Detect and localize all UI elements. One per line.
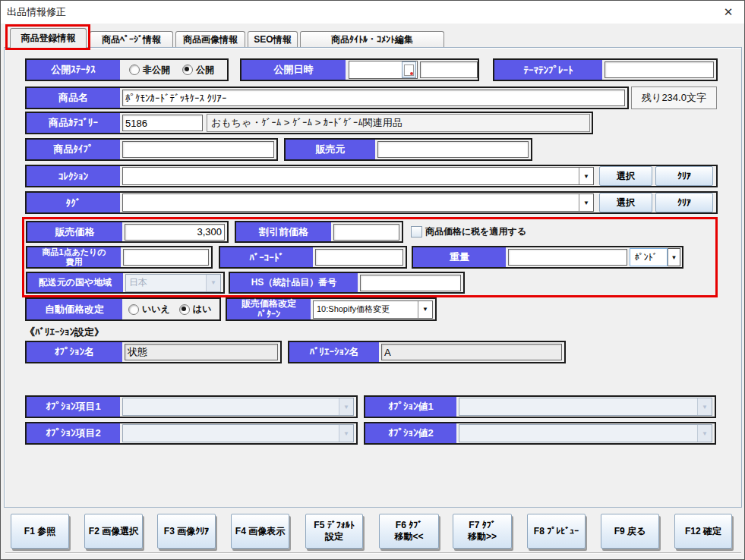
ship-from-value: 日本 (126, 275, 206, 291)
chevron-down-icon[interactable] (579, 194, 593, 211)
tab-title-comment[interactable]: 商品ﾀｲﾄﾙ・ｺﾒﾝﾄ編集 (300, 31, 444, 48)
option-value2-value (459, 425, 697, 442)
radio-private[interactable] (129, 64, 140, 75)
chevron-down-icon (697, 425, 712, 442)
category-label: 商品ｶﾃｺﾞﾘｰ (27, 113, 120, 133)
collection-select-button[interactable]: 選択 (599, 166, 652, 186)
tab-seo[interactable]: SEO情報 (248, 31, 298, 48)
compare-price-label: 割引前価格 (236, 222, 331, 241)
title-bar: 出品情報修正 ✕ (1, 1, 744, 24)
publish-time-input[interactable] (420, 61, 478, 78)
tab-product-registration[interactable]: 商品登録情報 (10, 28, 87, 48)
reprice-pattern-combobox[interactable]: 10:Shopify価格変更 (313, 300, 433, 319)
weight-group: 重量 ﾎﾟﾝﾄﾞ (412, 246, 683, 269)
variation-name-label: ﾊﾞﾘｴｰｼｮﾝ名 (289, 342, 379, 362)
collection-value (123, 168, 579, 184)
vendor-label: 販売元 (286, 140, 375, 159)
product-type-input[interactable] (122, 141, 274, 158)
app-window: 出品情報修正 ✕ 商品登録情報 商品ﾍﾟｰｼﾞ情報 商品画像情報 SEO情報 商… (0, 0, 745, 560)
f1-reference-button[interactable]: F1 参照 (11, 514, 69, 549)
publish-date-value[interactable] (350, 62, 402, 77)
tax-checkbox[interactable] (411, 226, 422, 238)
radio-public[interactable] (182, 64, 193, 75)
radio-no-label: いいえ (142, 303, 170, 316)
vendor-input[interactable] (377, 141, 529, 158)
f3-image-clear-button[interactable]: F3 画像ｸﾘｱ (157, 514, 216, 549)
product-type-label: 商品ﾀｲﾌﾟ (27, 140, 120, 159)
publish-date-field[interactable] (349, 61, 418, 79)
tax-checkbox-row: 商品価格に税を適用する (411, 225, 526, 238)
unit-cost-group: 商品1点あたりの 費用 (26, 246, 213, 269)
ship-from-combobox: 日本 (125, 274, 221, 292)
ship-from-group: 配送元の国や地域 日本 (26, 272, 225, 294)
option-value1-group: ｵﾌﾟｼｮﾝ値1 (364, 395, 716, 418)
weight-input[interactable] (508, 249, 627, 266)
price-group: 販売価格 (26, 221, 229, 243)
option-item2-value (123, 425, 339, 442)
theme-template-input[interactable] (605, 61, 714, 78)
option-name-input[interactable] (125, 344, 278, 360)
f9-back-button[interactable]: F9 戻る (601, 514, 659, 549)
theme-template-label: ﾃｰﾏﾃﾝﾌﾟﾚｰﾄ (494, 60, 602, 80)
reprice-pattern-group: 販売価格改定 ﾊﾟﾀｰﾝ 10:Shopify価格変更 (226, 297, 437, 321)
f12-confirm-button[interactable]: F12 確定 (674, 514, 732, 549)
f7-tab-next-button[interactable]: F7 ﾀﾌﾞ 移動>> (453, 514, 512, 549)
category-code-input[interactable] (122, 115, 203, 131)
hs-code-input[interactable] (360, 275, 461, 291)
unit-cost-input[interactable] (123, 249, 209, 266)
compare-price-input[interactable] (333, 224, 399, 241)
calendar-icon[interactable] (402, 61, 416, 78)
f2-image-select-button[interactable]: F2 画像選択 (84, 514, 143, 549)
collection-combobox[interactable] (122, 167, 594, 185)
chevron-down-icon[interactable] (579, 168, 593, 184)
publish-status-label: 公開ｽﾃｰﾀｽ (27, 60, 120, 80)
unit-cost-label: 商品1点あたりの 費用 (27, 247, 121, 267)
variation-section-heading: 《ﾊﾞﾘｴｰｼｮﾝ設定》 (25, 326, 104, 339)
f8-preview-button[interactable]: F8 ﾌﾟﾚﾋﾞｭｰ (527, 514, 586, 549)
option-item2-label: ｵﾌﾟｼｮﾝ項目2 (27, 423, 120, 443)
collection-clear-button[interactable]: ｸﾘｱ (655, 166, 713, 186)
tax-checkbox-label: 商品価格に税を適用する (425, 225, 526, 238)
ship-from-label: 配送元の国や地域 (27, 273, 123, 292)
radio-yes[interactable] (179, 304, 190, 315)
option-item1-label: ｵﾌﾟｼｮﾝ項目1 (27, 397, 120, 417)
f4-image-show-button[interactable]: F4 画像表示 (231, 514, 289, 549)
f5-default-settings-button[interactable]: F5 ﾃﾞﾌｫﾙﾄ 設定 (305, 514, 363, 549)
radio-no[interactable] (128, 304, 139, 315)
barcode-label: ﾊﾞｰｺｰﾄﾞ (220, 247, 313, 267)
vendor-group: 販売元 (284, 138, 532, 161)
reprice-pattern-label: 販売価格改定 ﾊﾟﾀｰﾝ (227, 299, 311, 319)
chevron-down-icon[interactable] (668, 248, 680, 266)
chevron-down-icon (206, 275, 220, 291)
theme-template-group: ﾃｰﾏﾃﾝﾌﾟﾚｰﾄ (493, 58, 718, 81)
weight-unit-field[interactable]: ﾎﾟﾝﾄﾞ (630, 248, 667, 266)
publish-status-group: 公開ｽﾃｰﾀｽ 非公開 公開 (25, 58, 229, 81)
tab-product-image[interactable]: 商品画像情報 (175, 31, 245, 48)
product-name-label: 商品名 (27, 88, 120, 108)
category-group: 商品ｶﾃｺﾞﾘｰ おもちゃ・ｹﾞｰﾑ > ｹﾞｰﾑ > ｶｰﾄﾞｹﾞｰﾑ関連用品 (25, 112, 593, 134)
chevron-down-icon[interactable] (418, 301, 432, 318)
price-input[interactable] (125, 224, 225, 241)
remaining-chars-badge: 残り234.0文字 (631, 87, 717, 109)
barcode-input[interactable] (315, 249, 403, 266)
reprice-pattern-value: 10:Shopify価格変更 (314, 301, 418, 318)
option-name-label: ｵﾌﾟｼｮﾝ名 (27, 342, 122, 362)
option-item2-group: ｵﾌﾟｼｮﾝ項目2 (25, 422, 358, 445)
variation-name-input[interactable] (381, 344, 562, 360)
f6-tab-prev-button[interactable]: F6 ﾀﾌﾞ 移動<< (379, 514, 439, 549)
option-value1-combobox (459, 398, 712, 416)
bottom-groove-divider (5, 552, 741, 554)
option-value1-value (459, 398, 697, 415)
tag-combobox[interactable] (122, 193, 594, 212)
tag-clear-button[interactable]: ｸﾘｱ (655, 193, 713, 212)
close-icon[interactable]: ✕ (717, 2, 740, 22)
radio-yes-label: はい (193, 303, 212, 316)
variation-name-group: ﾊﾞﾘｴｰｼｮﾝ名 (288, 341, 566, 363)
tab-product-page[interactable]: 商品ﾍﾟｰｼﾞ情報 (90, 31, 173, 48)
product-type-group: 商品ﾀｲﾌﾟ (25, 138, 278, 161)
tag-select-button[interactable]: 選択 (599, 193, 652, 212)
window-title: 出品情報修正 (7, 5, 66, 19)
product-name-input[interactable] (122, 90, 625, 106)
weight-label: 重量 (413, 247, 506, 267)
price-label: 販売価格 (27, 222, 122, 241)
